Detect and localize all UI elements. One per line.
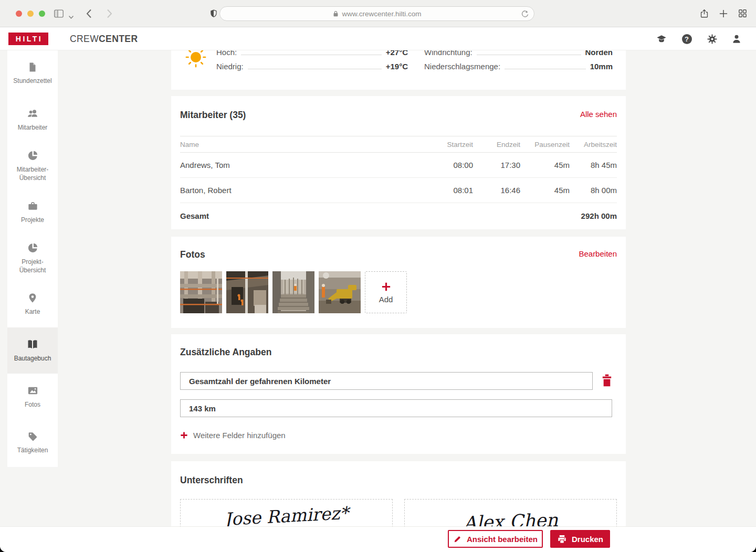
photo-thumbnail[interactable] — [272, 271, 314, 313]
delete-field-button[interactable] — [601, 374, 613, 388]
edit-view-button[interactable]: Ansicht bearbeiten — [448, 530, 543, 548]
privacy-shield-icon[interactable] — [209, 7, 218, 22]
sidebar-menu-chevron-icon[interactable] — [68, 12, 74, 22]
additional-info-title: Zusätzliche Angaben — [180, 347, 271, 358]
sidebar-item-bautagebuch[interactable]: Bautagebuch — [7, 327, 58, 374]
sidebar-item-projekte[interactable]: Projekte — [7, 189, 58, 235]
see-all-link[interactable]: Alle sehen — [580, 110, 617, 119]
add-photo-button[interactable]: Add — [365, 271, 407, 313]
photos-card: Fotos Bearbeiten Add — [171, 237, 626, 328]
pencil-icon — [453, 535, 462, 544]
sidebar-item-stundenzettel[interactable]: Stundenzettel — [7, 50, 58, 97]
weather-temperatures: Hoch: +27°C Niedrig: +19°C — [216, 50, 408, 76]
weather-low-row: Niedrig: +19°C — [216, 62, 408, 76]
plus-icon — [180, 431, 188, 439]
weather-wind-row: Windrichtung: Norden — [424, 50, 613, 62]
employees-total-value: 292h 00m — [559, 211, 617, 220]
employees-table-header: Name Startzeit Endzeit Pausenzeit Arbeit… — [180, 136, 617, 153]
learning-icon[interactable] — [656, 33, 667, 45]
sidebar-item-mitarbeiter-uebersicht[interactable]: Mitarbeiter-Übersicht — [7, 143, 58, 189]
briefcase-icon — [27, 200, 39, 212]
employees-total-row: Gesamt 292h 00m — [180, 203, 617, 228]
app-title: CREWCENTER — [70, 34, 138, 45]
pie-chart-icon — [27, 242, 39, 254]
tab-overview-icon[interactable] — [738, 8, 748, 20]
help-icon[interactable]: ? — [681, 33, 692, 45]
sidebar-item-projekt-uebersicht[interactable]: Projekt-Übersicht — [7, 235, 58, 281]
image-icon — [27, 385, 39, 397]
minimize-window-button[interactable] — [27, 10, 34, 17]
trash-icon — [602, 374, 612, 387]
address-bar[interactable]: www.crewcenter.hilti.com — [219, 6, 534, 21]
employee-row[interactable]: Barton, Robert 08:01 16:46 45m 8h 00m — [180, 178, 617, 203]
weather-high-row: Hoch: +27°C — [216, 50, 408, 62]
lock-icon — [333, 10, 339, 17]
browser-window: www.crewcenter.hilti.com HILTI CREWCENTE… — [0, 0, 756, 552]
add-more-fields-button[interactable]: Weitere Felder hinzufügen — [180, 431, 286, 440]
bottom-action-bar: Ansicht bearbeiten Drucken — [0, 526, 756, 552]
weather-precip-value: 10mm — [590, 62, 613, 71]
photo-thumbnail[interactable] — [226, 271, 268, 313]
sidebar-item-karte[interactable]: Karte — [7, 281, 58, 327]
weather-conditions: Windrichtung: Norden Niederschlagsmenge:… — [424, 50, 613, 76]
map-pin-icon — [27, 292, 38, 304]
weather-precip-row: Niederschlagsmenge: 10mm — [424, 62, 613, 76]
book-icon — [26, 338, 39, 351]
hilti-logo[interactable]: HILTI — [8, 33, 48, 45]
employees-table: Name Startzeit Endzeit Pausenzeit Arbeit… — [180, 136, 617, 228]
pie-chart-icon — [27, 150, 39, 162]
share-icon[interactable] — [699, 7, 709, 22]
plus-icon — [381, 281, 392, 292]
additional-info-card: Zusätzliche Angaben Weitere Felder hinzu… — [171, 334, 626, 454]
sun-icon — [185, 50, 207, 70]
custom-field-name-input[interactable] — [180, 372, 593, 390]
tag-icon — [27, 431, 38, 442]
close-window-button[interactable] — [16, 10, 22, 17]
sidebar-item-mitarbeiter[interactable]: Mitarbeiter — [7, 97, 58, 143]
employees-card: Mitarbeiter (35) Alle sehen Name Startze… — [171, 96, 626, 229]
weather-wind-value: Norden — [585, 50, 613, 57]
weather-high-value: +27°C — [386, 50, 408, 57]
window-controls — [16, 10, 45, 17]
printer-icon — [557, 534, 567, 544]
profile-icon[interactable] — [731, 33, 742, 45]
employees-title: Mitarbeiter (35) — [180, 110, 246, 121]
weather-card: Hoch: +27°C Niedrig: +19°C Windrichtung:… — [171, 50, 626, 90]
signatures-title: Unterschriften — [180, 475, 243, 486]
sidebar: Stundenzettel Mitarbeiter Mitarbeiter-Üb… — [7, 50, 58, 467]
forward-button[interactable] — [104, 8, 114, 22]
sidebar-toggle-icon[interactable] — [53, 8, 65, 22]
sidebar-item-fotos[interactable]: Fotos — [7, 374, 58, 420]
browser-toolbar: www.crewcenter.hilti.com — [0, 0, 756, 27]
photos-title: Fotos — [180, 249, 205, 260]
print-button[interactable]: Drucken — [550, 530, 610, 548]
edit-photos-link[interactable]: Bearbeiten — [579, 249, 617, 258]
photo-thumbnail[interactable] — [180, 271, 222, 313]
custom-field-value-input[interactable] — [180, 399, 612, 417]
photo-thumbnail[interactable] — [319, 271, 361, 313]
people-icon — [27, 108, 39, 120]
employee-row[interactable]: Andrews, Tom 08:00 17:30 45m 8h 45m — [180, 153, 617, 178]
document-icon — [27, 61, 38, 73]
weather-low-value: +19°C — [386, 62, 408, 71]
new-tab-icon[interactable] — [718, 8, 729, 22]
app-header: HILTI CREWCENTER ? — [0, 27, 756, 50]
zoom-window-button[interactable] — [39, 10, 45, 17]
sidebar-item-taetigkeiten[interactable]: Tätigkeiten — [7, 420, 58, 466]
reload-icon[interactable] — [521, 10, 529, 20]
back-button[interactable] — [84, 8, 94, 22]
settings-gear-icon[interactable] — [706, 33, 718, 45]
url-text: www.crewcenter.hilti.com — [342, 10, 422, 18]
